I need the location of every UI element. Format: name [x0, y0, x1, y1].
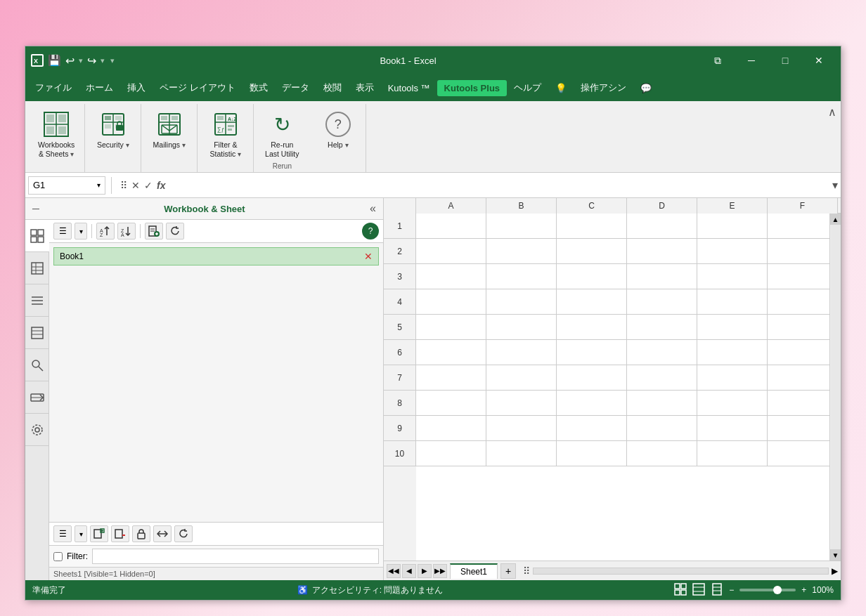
sheet-add-button[interactable]: +: [500, 563, 516, 579]
cell-e9[interactable]: [697, 416, 768, 441]
cell-c3[interactable]: [557, 264, 627, 289]
vtab-grid[interactable]: [25, 284, 49, 317]
cell-a4[interactable]: [416, 289, 486, 315]
security-button[interactable]: Security ▾: [92, 107, 134, 152]
cell-a9[interactable]: [416, 416, 486, 441]
row-header-7[interactable]: 7: [384, 365, 416, 391]
undo-button[interactable]: ↩: [65, 54, 75, 67]
sheet-tab-next-button[interactable]: ▶: [418, 564, 432, 578]
zoom-thumb[interactable]: [773, 586, 782, 594]
sheet-tab-prev-button[interactable]: ◀: [402, 564, 416, 578]
filter-checkbox[interactable]: [53, 552, 63, 561]
redo-button[interactable]: ↪: [87, 54, 96, 67]
cell-b8[interactable]: [486, 391, 557, 416]
view-layout-icon[interactable]: [692, 583, 705, 598]
cell-a5[interactable]: [416, 315, 486, 340]
row-header-4[interactable]: 4: [384, 289, 416, 315]
ribbon-collapse-btn[interactable]: ⧉: [702, 50, 734, 71]
col-header-b[interactable]: B: [486, 198, 557, 214]
formula-cancel-button[interactable]: ✕: [131, 180, 140, 191]
panel-sort-za[interactable]: Z A: [117, 223, 136, 240]
minimize-button[interactable]: ─: [735, 50, 768, 71]
cell-a1[interactable]: [416, 214, 486, 239]
cell-b4[interactable]: [486, 289, 557, 315]
menu-kutools[interactable]: Kutools ™: [381, 80, 437, 96]
formula-input[interactable]: [171, 176, 829, 195]
cell-b5[interactable]: [486, 315, 557, 340]
filter-input[interactable]: [92, 549, 379, 564]
rerun-button[interactable]: ↻ Re-runLast Utility: [261, 107, 303, 161]
cell-d10[interactable]: [627, 441, 697, 466]
workbook-item-book1[interactable]: Book1 ✕: [53, 247, 379, 266]
panel-collapse-button[interactable]: «: [370, 202, 376, 215]
vtab-workbook[interactable]: [25, 220, 49, 252]
row-header-8[interactable]: 8: [384, 391, 416, 416]
maximize-button[interactable]: □: [769, 50, 801, 71]
cell-f1[interactable]: [768, 214, 829, 239]
zoom-plus-button[interactable]: +: [801, 585, 806, 595]
formula-bar-expand[interactable]: ▾: [832, 178, 838, 192]
sheet-tab-sheet1[interactable]: Sheet1: [450, 563, 498, 579]
filter-statistic-button[interactable]: A↓Z ∑ƒ Filter &Statistic ▾: [205, 107, 247, 162]
col-header-f[interactable]: F: [768, 198, 838, 214]
menu-home[interactable]: ホーム: [79, 79, 120, 97]
cell-e1[interactable]: [697, 214, 768, 239]
row-header-10[interactable]: 10: [384, 441, 416, 466]
cell-d1[interactable]: [627, 214, 697, 239]
zoom-minus-button[interactable]: −: [729, 585, 734, 595]
cell-d5[interactable]: [627, 315, 697, 340]
workbook-close-icon[interactable]: ✕: [364, 251, 373, 262]
menu-formulas[interactable]: 数式: [243, 79, 275, 97]
row-header-5[interactable]: 5: [384, 315, 416, 340]
cell-f5[interactable]: [768, 315, 829, 340]
cell-a8[interactable]: [416, 391, 486, 416]
scrollbar-up-button[interactable]: ▲: [830, 214, 841, 225]
row-header-2[interactable]: 2: [384, 239, 416, 264]
cell-f3[interactable]: [768, 264, 829, 289]
row-header-6[interactable]: 6: [384, 340, 416, 365]
cell-d6[interactable]: [627, 340, 697, 365]
menu-comment-icon[interactable]: 💬: [633, 80, 659, 96]
cell-a6[interactable]: [416, 340, 486, 365]
formula-bar-dots[interactable]: ⠿: [120, 180, 127, 191]
cell-f7[interactable]: [768, 365, 829, 391]
bottom-list-dropdown[interactable]: ▾: [75, 525, 87, 542]
menu-data[interactable]: データ: [275, 79, 316, 97]
cell-d3[interactable]: [627, 264, 697, 289]
scrollbar-down-button[interactable]: ▼: [830, 549, 841, 561]
menu-ideas-icon[interactable]: 💡: [548, 80, 574, 96]
workbooks-sheets-button[interactable]: Workbooks& Sheets ▾: [34, 107, 79, 162]
col-header-c[interactable]: C: [557, 198, 627, 214]
bottom-move-icon[interactable]: [153, 525, 172, 542]
bottom-lock-icon[interactable]: [132, 525, 150, 542]
cell-d2[interactable]: [627, 239, 697, 264]
menu-insert[interactable]: 挿入: [120, 79, 153, 97]
cell-b2[interactable]: [486, 239, 557, 264]
cell-f2[interactable]: [768, 239, 829, 264]
menu-review[interactable]: 校閲: [316, 79, 349, 97]
cell-a7[interactable]: [416, 365, 486, 391]
cell-d9[interactable]: [627, 416, 697, 441]
menu-help[interactable]: ヘルプ: [507, 79, 548, 97]
menu-file[interactable]: ファイル: [28, 79, 79, 97]
col-header-a[interactable]: A: [416, 198, 486, 214]
help-button[interactable]: ? Help ▾: [317, 107, 359, 152]
cell-b3[interactable]: [486, 264, 557, 289]
sheet-tab-first-button[interactable]: ◀◀: [387, 564, 401, 578]
sheet-tab-last-button[interactable]: ▶▶: [433, 564, 447, 578]
zoom-slider[interactable]: [739, 589, 796, 591]
cell-f4[interactable]: [768, 289, 829, 315]
cell-c9[interactable]: [557, 416, 627, 441]
cell-c6[interactable]: [557, 340, 627, 365]
cell-f8[interactable]: [768, 391, 829, 416]
cell-d4[interactable]: [627, 289, 697, 315]
cell-e10[interactable]: [697, 441, 768, 466]
cell-d8[interactable]: [627, 391, 697, 416]
hscroll-track[interactable]: [533, 568, 829, 575]
view-page-icon[interactable]: [711, 583, 723, 598]
cell-b7[interactable]: [486, 365, 557, 391]
menu-view[interactable]: 表示: [349, 79, 381, 97]
cell-c10[interactable]: [557, 441, 627, 466]
cell-f9[interactable]: [768, 416, 829, 441]
cell-e2[interactable]: [697, 239, 768, 264]
